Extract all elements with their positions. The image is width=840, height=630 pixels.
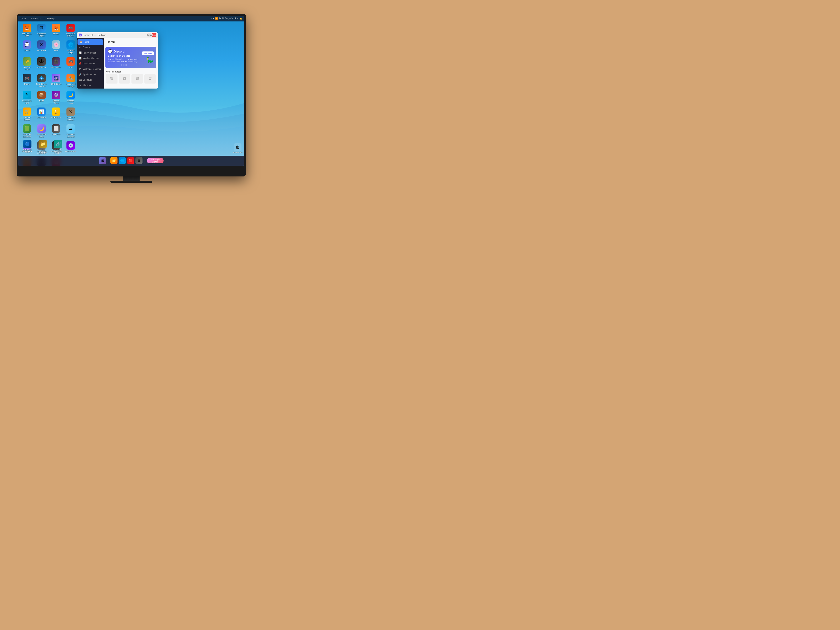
new-resources-title: New Resources: [106, 71, 156, 73]
icon-disc-plasma[interactable]: 💿 Disc-Plasma: [64, 141, 77, 156]
main-content: Home 💬 Discord Seelen is on Discord! Joi…: [104, 38, 158, 88]
sidebar-item-window-manager[interactable]: 🪟 Window Manager: [77, 55, 104, 61]
sidebar-item-general[interactable]: ⚙ General: [77, 45, 104, 50]
cancel-button[interactable]: Cancel: [147, 33, 151, 37]
sidebar-label-dock-taskbar: Dock/Taskbar: [83, 63, 96, 65]
recycle-label: Recycle Bin: [233, 151, 242, 153]
icon-discord[interactable]: 💬 Discord: [21, 39, 33, 55]
icon-amazon-luna[interactable]: 🌙 Amazon Luna: [64, 90, 77, 105]
icon-basilion[interactable]: 🔮 Basilion Client: [50, 90, 63, 105]
sidebar-label-window-manager: Window Manager: [83, 57, 99, 59]
icon-obs[interactable]: 🎥 OBS Studio: [50, 57, 63, 72]
resource-card-4[interactable]: 🖼: [144, 74, 156, 84]
discord-title: 💬 Discord: [108, 49, 140, 54]
sidebar-item-shortcuts[interactable]: ⌨ Shortcuts: [77, 77, 104, 83]
discord-text: 💬 Discord Seelen is on Discord! Join our…: [108, 49, 140, 66]
discord-mascot-icon: 🦕: [147, 57, 154, 63]
desktop-screen: @patri | Seelen UI — Settings ··· ♦ 📶 Fr…: [18, 16, 244, 166]
icon-skyreach[interactable]: ☁ SkyReach Launcher: [64, 123, 77, 139]
app-launcher-icon: 🚀: [79, 73, 82, 76]
icon-elder-scrolls[interactable]: ⚔ The Elder Scrolls...: [64, 107, 77, 122]
topbar-separator: |: [29, 17, 30, 20]
topbar-right: ··· ♦ 📶 Fri 10 Jan, 02:42 PM 🔔: [210, 17, 242, 20]
sidebar-item-fancy-toolbar[interactable]: 📊 Fancy Toolbar: [77, 50, 104, 55]
shortcuts-icon: ⌨: [79, 79, 82, 82]
window-body: 🏠 Home ⚙ General 📊 Fancy Toolbar 🪟: [77, 38, 158, 88]
sidebar-item-app-launcher[interactable]: 🚀 App Launcher: [77, 72, 104, 77]
icon-wallpaper-engine[interactable]: 🖼 Wallpaper Engine: [35, 23, 48, 38]
icon-eronno[interactable]: 🔵 ERONNO AMD: [21, 139, 34, 154]
sidebar-label-shortcuts: Shortcuts: [83, 79, 92, 81]
icon-stardew[interactable]: 🌾 Stardew Valley: [21, 57, 33, 72]
resource-card-2[interactable]: 🖼: [119, 74, 130, 84]
sidebar-label-monitors: Monitors: [83, 84, 91, 87]
taskbar-apps-icon[interactable]: ⊞: [136, 157, 142, 164]
monitor-stand-base: [111, 181, 152, 183]
sidebar-label-wallpaper-manager: Wallpaper Manager: [83, 68, 101, 70]
sidebar-item-specific-apps[interactable]: 📱 Specific Apps: [77, 88, 104, 88]
sidebar-item-wallpaper-manager[interactable]: 🖼 Wallpaper Manager: [77, 66, 104, 72]
icon-unity-hub[interactable]: ⬜ Unity Hub: [50, 123, 63, 139]
topbar-user: @patri: [21, 17, 27, 20]
icon-gog[interactable]: 🌌 GOG Galaxy: [50, 73, 63, 88]
see-more-button[interactable]: See More: [142, 52, 154, 55]
taskbar-audio-status[interactable]: Nothing is playing: [147, 158, 164, 163]
icon-edge[interactable]: 🌐 Microsoft Edge: [64, 39, 77, 55]
taskbar-opera-icon[interactable]: 🔴: [127, 157, 134, 164]
settings-sidebar: 🏠 Home ⚙ General 📊 Fancy Toolbar 🪟: [77, 38, 104, 88]
taskbar-start-button[interactable]: ⊞: [99, 157, 106, 164]
topbar: @patri | Seelen UI — Settings ··· ♦ 📶 Fr…: [18, 16, 244, 22]
discord-banner: 💬 Discord Seelen is on Discord! Join our…: [106, 47, 156, 68]
fancy-toolbar-icon: 📊: [79, 52, 82, 54]
icon-dataforce[interactable]: 📊 DataForce: [35, 107, 48, 122]
banner-dots: [108, 65, 140, 66]
dot-1: [121, 65, 123, 66]
taskbar-files-icon[interactable]: 📁: [111, 157, 117, 164]
topbar-left: @patri | Seelen UI — Settings: [21, 17, 55, 20]
icon-nexus[interactable]: 🔧 Nexus Mod Manager: [64, 73, 77, 88]
recycle-bin[interactable]: 🗑 Recycle Bin: [233, 143, 242, 153]
discord-description: Join our Discord server to stay up-to-da…: [108, 58, 140, 63]
monitor: @patri | Seelen UI — Settings ··· ♦ 📶 Fr…: [17, 14, 246, 177]
titlebar-title: S Seelen UI — Settings: [79, 33, 106, 36]
icon-btest-gonect[interactable]: 🔗 BTEST Gonect: [51, 139, 65, 154]
icon-old-firefox[interactable]: 🦊 Old Firefox Data: [21, 23, 33, 38]
icon-steam[interactable]: 🎮 Steam: [21, 73, 33, 88]
icon-nmm[interactable]: 📦 NMM: [35, 90, 48, 105]
discord-headline: Seelen is on Discord!: [108, 55, 140, 57]
home-icon: 🏠: [80, 41, 82, 44]
icon-mis-arena[interactable]: ⚔ MIS Arena: [35, 39, 48, 55]
sidebar-item-monitors[interactable]: 🖥 Monitors: [77, 83, 104, 88]
icon-firefox[interactable]: 🦊 Firefox: [50, 23, 63, 38]
icon-logitech[interactable]: 🖱 Logitech G HUB: [21, 90, 33, 105]
close-button[interactable]: Close: [152, 33, 156, 37]
sidebar-item-home[interactable]: 🏠 Home: [77, 39, 103, 45]
topbar-section: Settings: [47, 17, 55, 20]
topbar-dots: ···: [210, 17, 212, 20]
resource-card-3[interactable]: 🖼: [131, 74, 143, 84]
content-title: Home: [104, 38, 158, 45]
icon-palia[interactable]: 🌸 Palia: [50, 39, 63, 55]
titlebar-section: Settings: [98, 34, 106, 36]
icon-ea[interactable]: 🎮 EA: [64, 57, 77, 72]
topbar-bell: 🔔: [240, 17, 242, 20]
titlebar-separator: —: [94, 34, 96, 36]
icon-amazon-games[interactable]: 🛒 Amazon Games: [21, 107, 33, 122]
icon-epic[interactable]: 💠 Epic Games Launcher: [35, 73, 48, 88]
icon-opera-gx[interactable]: 🎮 Opera GX Browser: [64, 23, 77, 38]
icon-minecraft[interactable]: 🟩 Minecraft Launcher: [21, 123, 33, 139]
taskbar-browser-icon[interactable]: 🌐: [119, 157, 126, 164]
monitor-stand-neck: [123, 177, 140, 181]
sidebar-label-general: General: [83, 46, 90, 49]
topbar-wifi: 📶: [215, 17, 218, 20]
discord-name: Discord: [114, 50, 125, 53]
icon-p1-prusp[interactable]: 🏆 P1 PRUSP: [50, 107, 63, 122]
sidebar-item-dock-taskbar[interactable]: 📌 Dock/Taskbar: [77, 61, 104, 66]
icon-moonstone[interactable]: 🌙 Moonstone Island: [35, 123, 48, 139]
sidebar-label-fancy-toolbar: Fancy Toolbar: [83, 52, 96, 54]
resource-card-1[interactable]: 🖼: [106, 74, 117, 84]
titlebar-app-name: Seelen UI: [83, 34, 93, 36]
icon-retroarch[interactable]: 🕹 RetroArch: [35, 57, 48, 72]
icon-mod-organizer[interactable]: 📁 Mod Organizer: [36, 139, 50, 154]
dot-2: [123, 65, 125, 66]
